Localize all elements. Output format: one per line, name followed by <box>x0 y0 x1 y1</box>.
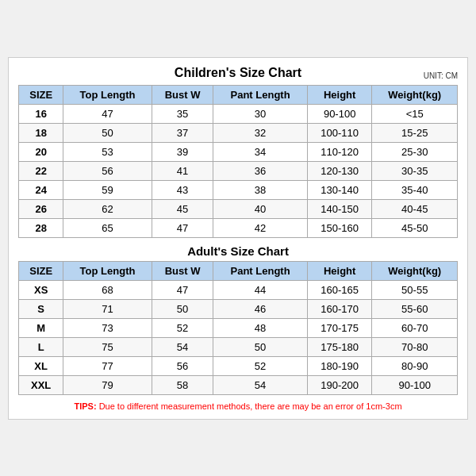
adults-title-row: Adult's Size Chart <box>19 238 458 262</box>
table-cell: 52 <box>213 356 307 375</box>
table-cell: 32 <box>213 123 307 142</box>
table-cell: 45-50 <box>372 218 458 237</box>
table-cell: 160-165 <box>307 280 372 299</box>
table-cell: 30-35 <box>372 161 458 180</box>
children-chart-title: Children's Size Chart <box>175 66 301 80</box>
table-row: 24594338130-14035-40 <box>19 180 458 199</box>
table-cell: <15 <box>372 104 458 123</box>
table-cell: 75 <box>63 337 152 356</box>
table-cell: 60-70 <box>372 318 458 337</box>
unit-label: UNIT: CM <box>424 71 458 80</box>
table-cell: 180-190 <box>307 356 372 375</box>
table-cell: 100-110 <box>307 123 372 142</box>
table-cell: 38 <box>213 180 307 199</box>
table-row: L755450175-18070-80 <box>19 337 458 356</box>
table-cell: 42 <box>213 218 307 237</box>
table-row: 20533934110-12025-30 <box>19 142 458 161</box>
table-cell: 24 <box>19 180 63 199</box>
table-cell: 175-180 <box>307 337 372 356</box>
table-row: XXL795854190-20090-100 <box>19 375 458 394</box>
adults-col-height: Height <box>307 261 372 280</box>
table-cell: 15-25 <box>372 123 458 142</box>
table-cell: 52 <box>152 318 213 337</box>
table-cell: 58 <box>152 375 213 394</box>
table-cell: 20 <box>19 142 63 161</box>
table-cell: 18 <box>19 123 63 142</box>
adults-chart-title: Adult's Size Chart <box>19 238 458 262</box>
table-cell: 37 <box>152 123 213 142</box>
table-row: 28654742150-16045-50 <box>19 218 458 237</box>
table-cell: 77 <box>63 356 152 375</box>
adults-col-top-length: Top Length <box>63 261 152 280</box>
table-cell: 56 <box>63 161 152 180</box>
table-cell: S <box>19 299 63 318</box>
children-col-height: Height <box>307 85 372 104</box>
children-col-pant-length: Pant Length <box>213 85 307 104</box>
table-cell: 160-170 <box>307 299 372 318</box>
table-cell: 73 <box>63 318 152 337</box>
tips-label: TIPS: <box>74 401 96 411</box>
table-cell: 110-120 <box>307 142 372 161</box>
children-title-row: Children's Size Chart UNIT: CM <box>18 66 458 80</box>
table-row: XS684744160-16550-55 <box>19 280 458 299</box>
children-col-size: SIZE <box>19 85 63 104</box>
table-cell: 68 <box>63 280 152 299</box>
children-col-bust-w: Bust W <box>152 85 213 104</box>
table-cell: 25-30 <box>372 142 458 161</box>
table-row: 1647353090-100<15 <box>19 104 458 123</box>
table-cell: 80-90 <box>372 356 458 375</box>
table-row: M735248170-17560-70 <box>19 318 458 337</box>
table-cell: 46 <box>213 299 307 318</box>
adults-col-size: SIZE <box>19 261 63 280</box>
adults-col-weight: Weight(kg) <box>372 261 458 280</box>
table-cell: 53 <box>63 142 152 161</box>
table-row: S715046160-17055-60 <box>19 299 458 318</box>
table-cell: 65 <box>63 218 152 237</box>
table-cell: 28 <box>19 218 63 237</box>
table-cell: XXL <box>19 375 63 394</box>
table-cell: XS <box>19 280 63 299</box>
table-cell: 16 <box>19 104 63 123</box>
table-cell: L <box>19 337 63 356</box>
table-cell: 44 <box>213 280 307 299</box>
table-cell: 190-200 <box>307 375 372 394</box>
table-cell: 54 <box>152 337 213 356</box>
table-cell: 70-80 <box>372 337 458 356</box>
adults-col-bust-w: Bust W <box>152 261 213 280</box>
table-cell: 47 <box>63 104 152 123</box>
adults-header-row: SIZE Top Length Bust W Pant Length Heigh… <box>19 261 458 280</box>
table-cell: 50 <box>213 337 307 356</box>
children-size-table: SIZE Top Length Bust W Pant Length Heigh… <box>18 85 458 238</box>
table-row: XL775652180-19080-90 <box>19 356 458 375</box>
table-cell: 35 <box>152 104 213 123</box>
table-cell: 120-130 <box>307 161 372 180</box>
table-cell: 35-40 <box>372 180 458 199</box>
table-cell: 90-100 <box>372 375 458 394</box>
table-cell: 47 <box>152 218 213 237</box>
table-cell: 45 <box>152 199 213 218</box>
adults-col-pant-length: Pant Length <box>213 261 307 280</box>
table-cell: 50 <box>152 299 213 318</box>
children-col-top-length: Top Length <box>63 85 152 104</box>
table-cell: 50 <box>63 123 152 142</box>
table-cell: 30 <box>213 104 307 123</box>
table-cell: 140-150 <box>307 199 372 218</box>
table-cell: 26 <box>19 199 63 218</box>
children-col-weight: Weight(kg) <box>372 85 458 104</box>
table-cell: 170-175 <box>307 318 372 337</box>
tips-text: Due to different measurement methods, th… <box>99 401 402 411</box>
table-cell: 59 <box>63 180 152 199</box>
table-cell: 36 <box>213 161 307 180</box>
table-cell: 54 <box>213 375 307 394</box>
table-cell: 43 <box>152 180 213 199</box>
table-cell: XL <box>19 356 63 375</box>
table-row: 22564136120-13030-35 <box>19 161 458 180</box>
table-cell: 40-45 <box>372 199 458 218</box>
table-cell: 79 <box>63 375 152 394</box>
table-cell: M <box>19 318 63 337</box>
table-cell: 71 <box>63 299 152 318</box>
tips-row: TIPS: Due to different measurement metho… <box>18 401 458 411</box>
table-cell: 90-100 <box>307 104 372 123</box>
table-cell: 34 <box>213 142 307 161</box>
table-cell: 22 <box>19 161 63 180</box>
